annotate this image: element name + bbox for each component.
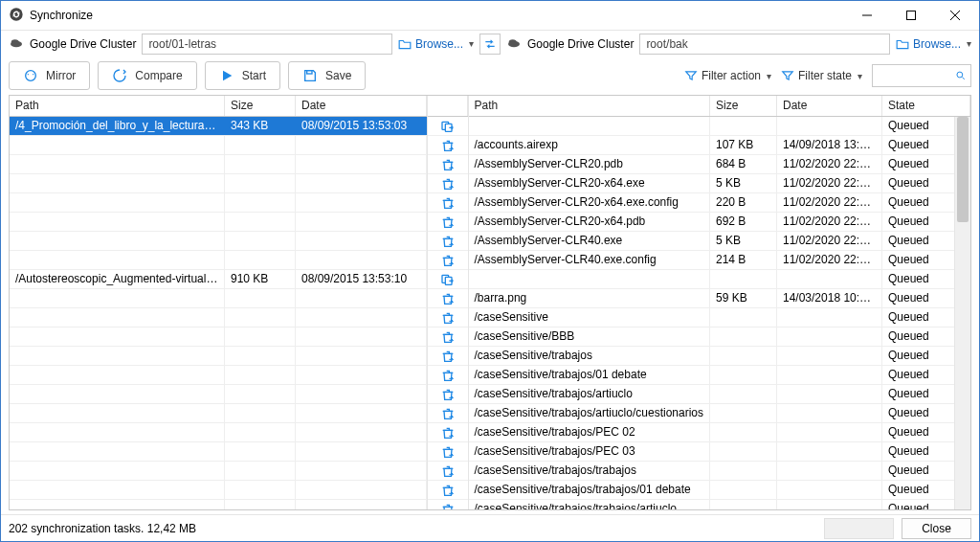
delete-right-icon[interactable] — [428, 347, 468, 366]
table-row[interactable]: Queued — [469, 270, 970, 289]
table-row[interactable]: /caseSensitive/BBBQueued — [469, 327, 970, 347]
delete-right-icon[interactable] — [428, 423, 468, 442]
table-row[interactable]: /accounts.airexp107 KB14/09/2018 13:32:5… — [469, 136, 970, 155]
delete-right-icon[interactable] — [428, 136, 468, 155]
mirror-label: Mirror — [46, 69, 76, 82]
start-button[interactable]: Start — [205, 61, 280, 90]
hdr-right-size[interactable]: Size — [710, 96, 777, 116]
table-row[interactable]: /barra.png59 KB14/03/2018 10:51:55Queued — [469, 289, 970, 308]
copy-right-icon[interactable] — [428, 117, 468, 136]
save-button[interactable]: Save — [288, 61, 366, 90]
table-row[interactable] — [10, 423, 427, 442]
table-row[interactable]: /caseSensitive/trabajosQueued — [469, 347, 970, 366]
table-row[interactable]: /Autostereoscopic_Augmented-virtual_Real… — [10, 270, 427, 289]
table-row[interactable]: /AssemblyServer-CLR40.exe.config214 B11/… — [469, 251, 970, 270]
delete-right-icon[interactable] — [428, 385, 468, 404]
table-row[interactable]: /caseSensitive/trabajos/PEC 02Queued — [469, 423, 970, 442]
table-row[interactable] — [10, 366, 427, 385]
table-row[interactable] — [10, 193, 427, 213]
swap-button[interactable] — [479, 34, 501, 55]
hdr-left-date[interactable]: Date — [296, 96, 427, 116]
table-row[interactable] — [10, 289, 427, 308]
cell-left-path — [10, 327, 225, 346]
table-row[interactable] — [10, 404, 427, 423]
cell-left-date — [296, 404, 427, 422]
hdr-right-date[interactable]: Date — [777, 96, 882, 116]
delete-right-icon[interactable] — [428, 174, 468, 193]
table-row[interactable]: /AssemblyServer-CLR20-x64.exe5 KB11/02/2… — [469, 174, 970, 193]
table-row[interactable] — [10, 155, 427, 174]
search-input[interactable] — [877, 69, 951, 82]
table-row[interactable] — [10, 347, 427, 366]
table-row[interactable]: /caseSensitive/trabajos/01 debateQueued — [469, 366, 970, 385]
table-row[interactable]: /AssemblyServer-CLR20.pdb684 B11/02/2020… — [469, 155, 970, 174]
hdr-right-state[interactable]: State — [882, 96, 970, 116]
table-row[interactable] — [10, 442, 427, 462]
hdr-right-path[interactable]: Path — [469, 96, 710, 116]
compare-button[interactable]: Compare — [98, 61, 196, 90]
status-blank-button[interactable] — [824, 518, 894, 539]
vertical-scrollbar[interactable] — [954, 117, 970, 509]
delete-right-icon[interactable] — [428, 308, 468, 327]
table-row[interactable]: /4_Promoción_del_libro_y_la_lectura.pdf3… — [10, 117, 427, 136]
toolbar: Mirror Compare Start Save Filter action … — [1, 56, 979, 95]
hdr-left-size[interactable]: Size — [225, 96, 296, 116]
table-row[interactable]: /caseSensitive/trabajos/PEC 03Queued — [469, 442, 970, 462]
delete-right-icon[interactable] — [428, 289, 468, 308]
table-row[interactable] — [10, 462, 427, 481]
search-box[interactable] — [872, 64, 971, 87]
table-row[interactable] — [10, 136, 427, 155]
table-row[interactable]: /caseSensitiveQueued — [469, 308, 970, 327]
delete-right-icon[interactable] — [428, 232, 468, 251]
delete-right-icon[interactable] — [428, 404, 468, 423]
cell-left-date: 08/09/2015 13:53:10 — [296, 270, 427, 288]
cell-right-path: /caseSensitive/trabajos — [469, 347, 710, 365]
cell-right-path: /AssemblyServer-CLR40.exe — [469, 232, 710, 250]
filter-action-dropdown[interactable]: Filter action — [684, 69, 771, 82]
table-row[interactable]: /caseSensitive/trabajos/trabajosQueued — [469, 462, 970, 481]
maximize-button[interactable] — [889, 1, 933, 30]
delete-right-icon[interactable] — [428, 213, 468, 232]
hdr-left-path[interactable]: Path — [10, 96, 225, 116]
mirror-button[interactable]: Mirror — [9, 61, 90, 90]
table-row[interactable] — [10, 500, 427, 509]
svg-rect-1 — [907, 11, 916, 20]
cell-left-path — [10, 193, 225, 212]
delete-right-icon[interactable] — [428, 155, 468, 174]
table-row[interactable]: /caseSensitive/trabajos/trabajos/artiucl… — [469, 500, 970, 509]
scroll-thumb[interactable] — [957, 117, 969, 222]
table-row[interactable] — [10, 385, 427, 404]
table-row[interactable]: /AssemblyServer-CLR20-x64.exe.config220 … — [469, 193, 970, 213]
delete-right-icon[interactable] — [428, 193, 468, 213]
table-row[interactable]: /caseSensitive/trabajos/artiuclo/cuestio… — [469, 404, 970, 423]
target-path-input[interactable] — [639, 34, 890, 55]
table-row[interactable] — [10, 481, 427, 500]
close-dialog-button[interactable]: Close — [902, 518, 971, 539]
table-row[interactable] — [10, 308, 427, 327]
table-row[interactable] — [10, 174, 427, 193]
delete-right-icon[interactable] — [428, 366, 468, 385]
source-path-input[interactable] — [142, 34, 392, 55]
delete-right-icon[interactable] — [428, 481, 468, 500]
table-row[interactable]: /caseSensitive/trabajos/artiucloQueued — [469, 385, 970, 404]
close-button[interactable] — [933, 1, 977, 30]
target-browse-button[interactable]: Browse... — [896, 37, 971, 51]
delete-right-icon[interactable] — [428, 442, 468, 462]
table-row[interactable]: Queued — [469, 117, 970, 136]
table-row[interactable] — [10, 251, 427, 270]
delete-right-icon[interactable] — [428, 500, 468, 509]
minimize-button[interactable] — [845, 1, 889, 30]
filter-state-dropdown[interactable]: Filter state — [781, 69, 862, 82]
table-row[interactable] — [10, 213, 427, 232]
table-row[interactable] — [10, 327, 427, 347]
delete-right-icon[interactable] — [428, 251, 468, 270]
table-row[interactable]: /AssemblyServer-CLR40.exe5 KB11/02/2020 … — [469, 232, 970, 251]
delete-right-icon[interactable] — [428, 327, 468, 347]
table-row[interactable]: /caseSensitive/trabajos/trabajos/01 deba… — [469, 481, 970, 500]
cell-left-path: /Autostereoscopic_Augmented-virtual_Real… — [10, 270, 225, 288]
table-row[interactable]: /AssemblyServer-CLR20-x64.pdb692 B11/02/… — [469, 213, 970, 232]
delete-right-icon[interactable] — [428, 462, 468, 481]
copy-right-icon[interactable] — [428, 270, 468, 289]
source-browse-button[interactable]: Browse... — [398, 37, 474, 51]
table-row[interactable] — [10, 232, 427, 251]
